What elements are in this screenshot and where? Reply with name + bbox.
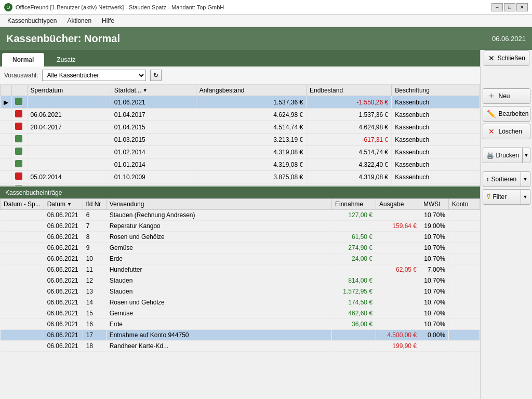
menu-kassenbuchtypen[interactable]: Kassenbuchtypen	[2, 16, 62, 25]
row-lfd: 18	[83, 341, 106, 352]
col-verwendung[interactable]: Verwendung	[106, 199, 331, 210]
col-lfd[interactable]: lfd Nr	[83, 199, 106, 210]
row-status	[11, 134, 27, 146]
upper-table-row[interactable]: 20.04.2017 01.04.2015 4.514,74 € 4.624,9…	[1, 121, 480, 134]
col-status-icon[interactable]	[11, 85, 27, 96]
row-einnahme: 174,50 €	[332, 297, 376, 308]
upper-table-row[interactable]: 05.02.2014 01.10.2009 3.875,08 € 4.319,0…	[1, 171, 480, 183]
row-verwendung: Stauden	[106, 275, 331, 286]
app-icon: O	[4, 3, 12, 11]
lower-table-row[interactable]: 06.06.2021 10 Erde 24,00 € 10,70%	[1, 254, 480, 264]
lower-table-row[interactable]: 06.06.2021 7 Reperatur Kangoo 159,64 € 1…	[1, 221, 480, 232]
close-window-button[interactable]: ✕	[516, 3, 528, 11]
sort-button-split[interactable]: ↕ Sortieren ▼	[483, 171, 530, 187]
upper-table-row[interactable]: ▶ 01.06.2021 1.537,36 € -1.550,26 € Kass…	[1, 96, 480, 109]
filter-icon: ⊽	[486, 193, 491, 201]
row-ausgabe: 199,90 €	[376, 341, 420, 352]
row-startdat: 01.04.2017	[111, 109, 196, 121]
row-ausgabe	[376, 297, 420, 308]
upper-table-row[interactable]: 01.01.2014 4.319,08 € 4.322,40 € Kassenb…	[1, 158, 480, 171]
tab-row: Normal Zusatz ✕ Schließen	[0, 50, 532, 66]
sort-main[interactable]: ↕ Sortieren	[483, 172, 521, 187]
lower-table-row[interactable]: 06.06.2021 15 Gemüse 462,60 € 10,70%	[1, 308, 480, 319]
row-datum2: 06.06.2021	[44, 308, 83, 319]
row-startdat: 01.10.2009	[111, 171, 196, 183]
col-ausgabe[interactable]: Ausgabe	[376, 199, 420, 210]
col-datum[interactable]: Datum ▼	[44, 199, 83, 210]
row-beschriftung: Kassenbuch	[392, 121, 480, 134]
col-mwst[interactable]: MWSt	[420, 199, 449, 210]
row-konto	[449, 221, 480, 232]
filter-main[interactable]: ⊽ Filter	[483, 190, 521, 204]
print-button-split[interactable]: 🖨️ Drucken ▼	[483, 148, 530, 163]
lower-table-row[interactable]: 06.06.2021 13 Stauden 1.572,95 € 10,70%	[1, 286, 480, 297]
row-datum1	[1, 210, 44, 221]
row-einnahme: 274,90 €	[332, 243, 376, 254]
upper-table-row[interactable]: 06.06.2021 01.04.2017 4.624,98 € 1.537,3…	[1, 109, 480, 121]
menu-aktionen[interactable]: Aktionen	[62, 16, 97, 25]
col-endbestand[interactable]: Endbestand	[307, 85, 392, 96]
lower-table-row[interactable]: 06.06.2021 6 Stauden (Rechnung Andresen)…	[1, 210, 480, 221]
col-startdat[interactable]: Startdat... ▼	[111, 85, 196, 96]
lower-table-row[interactable]: 06.06.2021 17 Entnahme auf Konto 944750 …	[1, 330, 480, 341]
row-einnahme: 462,60 €	[332, 308, 376, 319]
col-einnahme[interactable]: Einnahme	[332, 199, 376, 210]
row-datum1	[1, 264, 44, 275]
row-mwst: 10,70%	[420, 297, 449, 308]
row-verwendung: Entnahme auf Konto 944750	[106, 330, 331, 341]
row-beschriftung: Kassenbuch	[392, 96, 480, 109]
row-beschriftung: Kassenbuch	[392, 109, 480, 121]
tab-zusatz[interactable]: Zusatz	[46, 53, 86, 66]
lower-table-row[interactable]: 06.06.2021 8 Rosen und Gehölze 61,50 € 1…	[1, 232, 480, 243]
row-einnahme	[332, 264, 376, 275]
filter-row: Vorauswahl: Alle Kassenbücher ↻	[0, 66, 480, 85]
row-einnahme	[332, 341, 376, 352]
row-lfd: 14	[83, 297, 106, 308]
row-mwst: 10,70%	[420, 275, 449, 286]
lower-table-row[interactable]: 06.06.2021 18 Randheer Karte-Kd... 199,9…	[1, 341, 480, 352]
row-end: 4.319,08 €	[307, 171, 392, 183]
row-status	[11, 109, 27, 121]
lower-table-row[interactable]: 06.06.2021 12 Stauden 814,00 € 10,70%	[1, 275, 480, 286]
lower-table-row[interactable]: 06.06.2021 14 Rosen und Gehölze 174,50 €…	[1, 297, 480, 308]
print-main[interactable]: 🖨️ Drucken	[483, 148, 523, 163]
row-datum1	[1, 275, 44, 286]
close-button[interactable]: ✕ Schließen	[484, 50, 529, 66]
col-anfangsbestand[interactable]: Anfangsbestand	[196, 85, 306, 96]
row-konto	[449, 286, 480, 297]
lower-table-row[interactable]: 06.06.2021 16 Erde 36,00 € 10,70%	[1, 319, 480, 330]
row-lfd: 17	[83, 330, 106, 341]
filter-arrow-btn[interactable]: ▼	[521, 190, 530, 204]
col-sperrdatum[interactable]: Sperrdatum	[27, 85, 111, 96]
col-datum-sp[interactable]: Datum - Sp...	[1, 199, 44, 210]
tab-normal[interactable]: Normal	[2, 53, 44, 66]
filter-button-split[interactable]: ⊽ Filter ▼	[483, 189, 530, 205]
lower-table-row[interactable]: 06.06.2021 9 Gemüse 274,90 € 10,70%	[1, 243, 480, 254]
edit-button[interactable]: ✏️ Bearbeiten	[483, 106, 530, 122]
minimize-button[interactable]: –	[491, 3, 503, 11]
row-verwendung: Reperatur Kangoo	[106, 221, 331, 232]
row-lfd: 9	[83, 243, 106, 254]
title-bar-left: O OfficeFreund [1-Benutzer (aktiv) Netzw…	[4, 3, 224, 11]
col-beschriftung[interactable]: Beschriftung	[392, 85, 480, 96]
filter-select[interactable]: Alle Kassenbücher	[42, 70, 146, 81]
new-button[interactable]: + Neu	[483, 88, 530, 104]
lower-table-row[interactable]: 06.06.2021 11 Hundefutter 62,05 € 7,00%	[1, 264, 480, 275]
upper-table-row[interactable]: 01.03.2015 3.213,19 € -617,31 € Kassenbu…	[1, 134, 480, 146]
row-indicator	[1, 158, 12, 171]
row-sperrdatum: 20.04.2017	[27, 121, 111, 134]
sort-arrow-btn[interactable]: ▼	[521, 172, 530, 187]
col-indicator[interactable]	[1, 85, 12, 96]
upper-table-row[interactable]: 01.02.2014 4.319,08 € 4.514,74 € Kassenb…	[1, 146, 480, 158]
row-datum1	[1, 243, 44, 254]
delete-button[interactable]: ✕ Löschen	[483, 124, 530, 139]
row-datum2: 06.06.2021	[44, 286, 83, 297]
maximize-button[interactable]: □	[504, 3, 515, 11]
filter-refresh-button[interactable]: ↻	[150, 70, 162, 81]
row-verwendung: Erde	[106, 319, 331, 330]
row-verwendung: Hundefutter	[106, 264, 331, 275]
print-arrow[interactable]: ▼	[522, 148, 529, 163]
menu-hilfe[interactable]: Hilfe	[97, 16, 119, 25]
col-konto[interactable]: Konto	[449, 199, 480, 210]
upper-table-header: Sperrdatum Startdat... ▼ Anfangsbestand …	[1, 85, 480, 96]
